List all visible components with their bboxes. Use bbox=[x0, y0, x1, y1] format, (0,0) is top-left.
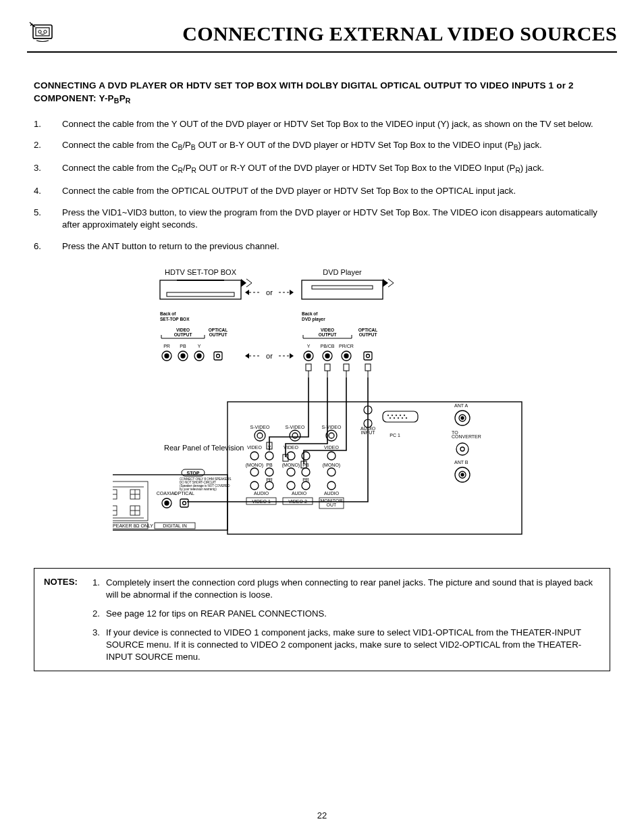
step-num: 1. bbox=[34, 118, 62, 130]
page-header: CONNECTING EXTERNAL VIDEO SOURCES bbox=[27, 20, 617, 53]
svg-point-18 bbox=[165, 354, 169, 358]
steps-list: 1. Connect the cable from the Y OUT of t… bbox=[34, 118, 610, 253]
step-body: Connect the cable from the CB/PB OUT or … bbox=[62, 139, 610, 153]
svg-point-143 bbox=[406, 418, 407, 419]
svg-point-101 bbox=[250, 452, 259, 460]
step-num: 5. bbox=[34, 207, 62, 231]
svg-point-2 bbox=[38, 30, 41, 33]
heading-sub-b: B bbox=[114, 97, 119, 105]
svg-marker-28 bbox=[290, 353, 294, 359]
or-label-1: or bbox=[266, 288, 273, 296]
svg-point-121 bbox=[302, 481, 310, 490]
to-converter: TOCONVERTER bbox=[452, 430, 481, 439]
svg-rect-80 bbox=[180, 499, 188, 507]
svg-point-114 bbox=[302, 468, 310, 476]
svg-point-102 bbox=[265, 452, 273, 460]
svg-text:PR: PR bbox=[163, 344, 170, 348]
svg-text:(MONO): (MONO) bbox=[246, 463, 263, 468]
svg-text:DIGITAL IN: DIGITAL IN bbox=[163, 523, 186, 528]
step-body: Press the ANT button to return to the pr… bbox=[62, 240, 610, 253]
svg-text:REAR SPEAKER 8Ω ONLY: REAR SPEAKER 8Ω ONLY bbox=[113, 523, 153, 528]
step-3: 3. Connect the cable from the CR/PR OUT … bbox=[34, 162, 610, 176]
svg-rect-51 bbox=[227, 402, 522, 534]
svg-point-148 bbox=[461, 417, 464, 419]
monitor-out: MONITOROUT bbox=[321, 498, 343, 507]
svg-text:OPTICAL: OPTICAL bbox=[174, 491, 194, 496]
svg-rect-46 bbox=[365, 364, 371, 371]
svg-text:PB: PB bbox=[302, 463, 309, 467]
notes-box: NOTES: 1. Completely insert the connecti… bbox=[34, 568, 610, 671]
svg-text:PB: PB bbox=[180, 344, 186, 348]
video-output-2: VIDEOOUTPUT bbox=[319, 328, 337, 337]
dvd-label: DVD Player bbox=[323, 268, 362, 276]
notes-items: 1. Completely insert the connection cord… bbox=[92, 577, 600, 662]
svg-text:AUDIO: AUDIO bbox=[292, 491, 307, 496]
svg-rect-23 bbox=[214, 352, 222, 360]
svg-point-3 bbox=[44, 30, 47, 33]
svg-point-115 bbox=[327, 468, 336, 476]
svg-point-93 bbox=[290, 430, 300, 441]
page-number: 22 bbox=[0, 810, 644, 820]
svg-point-33 bbox=[306, 354, 311, 358]
heading-sub-r: R bbox=[126, 97, 131, 105]
svg-marker-8 bbox=[245, 290, 249, 295]
optical-output-2: OPTICALOUTPUT bbox=[358, 328, 378, 337]
svg-rect-12 bbox=[302, 280, 383, 299]
svg-rect-38 bbox=[364, 352, 372, 360]
svg-text:ANT A: ANT A bbox=[454, 403, 468, 408]
svg-point-135 bbox=[392, 415, 393, 417]
svg-point-96 bbox=[329, 433, 334, 438]
svg-point-79 bbox=[165, 501, 169, 505]
step-body: Press the VID1~VID3 button, to view the … bbox=[62, 207, 610, 231]
note-1: 1. Completely insert the connection cord… bbox=[92, 577, 600, 601]
step-body: Connect the cable from the Y OUT of the … bbox=[62, 118, 610, 130]
section-heading: CONNECTING A DVD PLAYER OR HDTV SET TOP … bbox=[34, 80, 610, 106]
audio-input: AUDIOINPUT bbox=[360, 426, 376, 435]
connection-diagram: HDTV SET-TOP BOX or DVD Player Back of S… bbox=[27, 268, 617, 541]
svg-point-39 bbox=[367, 355, 370, 358]
svg-text:(MONO): (MONO) bbox=[323, 463, 340, 468]
svg-point-141 bbox=[398, 418, 399, 419]
svg-text:Y: Y bbox=[198, 344, 201, 348]
svg-text:VIDEO: VIDEO bbox=[284, 445, 298, 450]
step-2: 2. Connect the cable from the CB/PB OUT … bbox=[34, 139, 610, 153]
svg-rect-44 bbox=[344, 364, 349, 371]
step-body: Connect the cable from the CR/PR OUT or … bbox=[62, 162, 610, 176]
svg-text:(MONO): (MONO) bbox=[282, 463, 300, 468]
svg-point-119 bbox=[265, 481, 273, 490]
svg-text:Y: Y bbox=[268, 445, 271, 450]
svg-rect-133 bbox=[383, 411, 418, 422]
svg-text:VIDEO 2: VIDEO 2 bbox=[288, 499, 307, 504]
svg-rect-13 bbox=[312, 286, 373, 289]
svg-point-140 bbox=[394, 418, 395, 419]
svg-point-138 bbox=[404, 415, 405, 417]
svg-point-112 bbox=[265, 468, 273, 476]
note-text: Completely insert the connection cord pl… bbox=[106, 577, 600, 601]
svg-point-111 bbox=[250, 468, 259, 476]
svg-point-24 bbox=[217, 355, 220, 358]
svg-text:PC 1: PC 1 bbox=[390, 433, 400, 438]
note-2: 2. See page 12 for tips on REAR PANEL CO… bbox=[92, 608, 600, 620]
svg-point-22 bbox=[197, 354, 201, 358]
svg-marker-25 bbox=[245, 353, 249, 359]
back-of-dvd: Back of DVD player bbox=[302, 311, 325, 322]
svg-text:S-VIDEO: S-VIDEO bbox=[250, 425, 270, 429]
svg-point-149 bbox=[456, 443, 468, 455]
svg-point-120 bbox=[287, 481, 295, 490]
step-num: 4. bbox=[34, 185, 62, 197]
hdtv-label: HDTV SET-TOP BOX bbox=[165, 268, 237, 276]
svg-text:VIDEO: VIDEO bbox=[247, 445, 262, 450]
stop-note: CONNECT ONLY 8 OHM SPEAKERS. DO NOT SHOR… bbox=[180, 477, 233, 491]
svg-point-150 bbox=[460, 447, 464, 451]
step-num: 6. bbox=[34, 240, 62, 253]
svg-point-136 bbox=[396, 415, 397, 417]
svg-text:ANT B: ANT B bbox=[454, 460, 468, 465]
note-text: If your device is connected to VIDEO 1 c… bbox=[106, 627, 600, 662]
svg-rect-6 bbox=[167, 292, 234, 296]
svg-point-20 bbox=[181, 354, 185, 358]
svg-text:AUDIO: AUDIO bbox=[254, 491, 269, 496]
svg-point-92 bbox=[257, 433, 263, 438]
svg-point-105 bbox=[327, 452, 336, 460]
svg-text:VIDEO 1: VIDEO 1 bbox=[252, 499, 271, 504]
svg-text:STOP: STOP bbox=[187, 471, 200, 475]
